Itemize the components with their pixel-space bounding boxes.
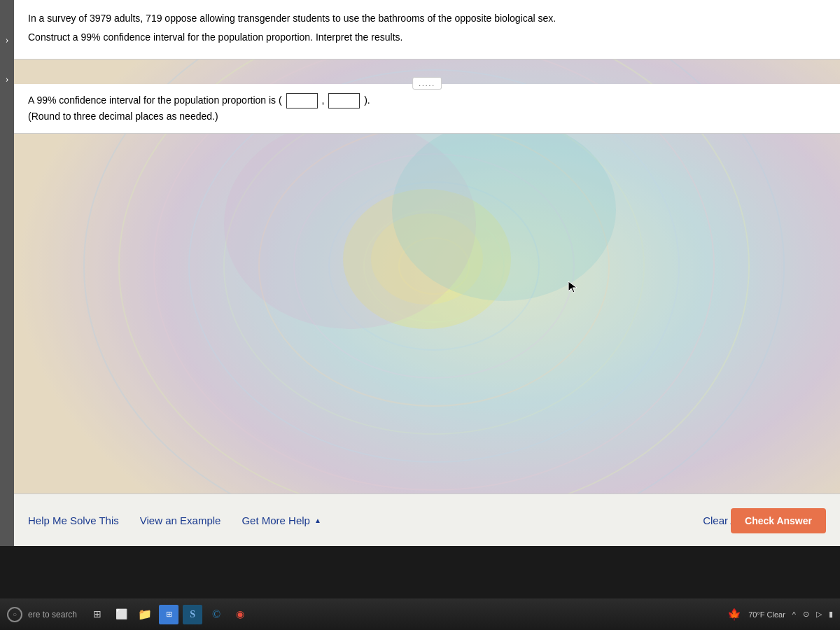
taskbar-folder-icon[interactable]: 📁 (135, 605, 155, 624)
answer-area: A 99% confidence interval for the popula… (14, 84, 840, 134)
bottom-toolbar: Help Me Solve This View an Example Get M… (14, 493, 840, 546)
sidebar-arrow-down[interactable]: › (6, 74, 9, 85)
answer-text: A 99% confidence interval for the popula… (28, 92, 826, 125)
sidebar-arrow-up[interactable]: › (6, 35, 9, 46)
question-panel: In a survey of 3979 adults, 719 oppose a… (14, 0, 840, 59)
weather-icon: 🍁 (727, 608, 741, 621)
taskbar-battery-icon: ▮ (829, 610, 833, 619)
taskbar-s-icon[interactable]: S (183, 605, 202, 624)
chevron-down-icon: ▲ (314, 517, 321, 524)
taskbar-grid-icon[interactable]: ⊞ (159, 605, 178, 624)
answer-prefix: A 99% confidence interval for the popula… (28, 94, 282, 106)
view-example-button[interactable]: View an Example (140, 512, 221, 529)
answer-input-1[interactable] (286, 93, 318, 108)
taskbar-search-area[interactable]: ○ ere to search (7, 607, 77, 622)
dots-separator[interactable]: ..... (412, 77, 442, 90)
search-circle-inner: ○ (13, 610, 17, 618)
question-line2: Construct a 99% confidence interval for … (28, 30, 826, 45)
taskbar-wifi-icon: ⊙ (803, 610, 809, 619)
svg-point-15 (392, 119, 616, 301)
taskbar: ○ ere to search ⊞ ⬜ 📁 ⊞ S © ◉ 🍁 70°F Cle… (0, 598, 840, 630)
taskbar-windows-icon[interactable]: ⊞ (88, 605, 107, 624)
answer-separator: , (321, 94, 324, 106)
taskbar-icons: ⊞ ⬜ 📁 ⊞ S © ◉ (88, 605, 250, 624)
taskbar-edge-icon[interactable]: © (206, 605, 226, 624)
taskbar-task-view-icon[interactable]: ⬜ (111, 605, 131, 624)
answer-suffix: ). (364, 94, 370, 106)
search-circle-icon: ○ (7, 607, 22, 622)
answer-note: (Round to three decimal places as needed… (28, 111, 218, 122)
help-me-solve-button[interactable]: Help Me Solve This (28, 512, 119, 529)
weather-text: 70°F Clear (748, 610, 785, 619)
search-bar-text[interactable]: ere to search (28, 610, 77, 620)
taskbar-red-icon[interactable]: ◉ (230, 605, 250, 624)
taskbar-right-area: 🍁 70°F Clear ^ ⊙ ▷ ▮ (727, 608, 840, 621)
answer-input-2[interactable] (328, 93, 360, 108)
get-more-help-button[interactable]: Get More Help (241, 512, 310, 529)
check-answer-button[interactable]: Check Answer (731, 508, 826, 533)
taskbar-chevron-up[interactable]: ^ (792, 610, 796, 619)
question-line1: In a survey of 3979 adults, 719 oppose a… (28, 11, 826, 26)
taskbar-speaker-icon: ▷ (816, 610, 822, 619)
get-more-help-container: Get More Help ▲ (241, 512, 321, 529)
